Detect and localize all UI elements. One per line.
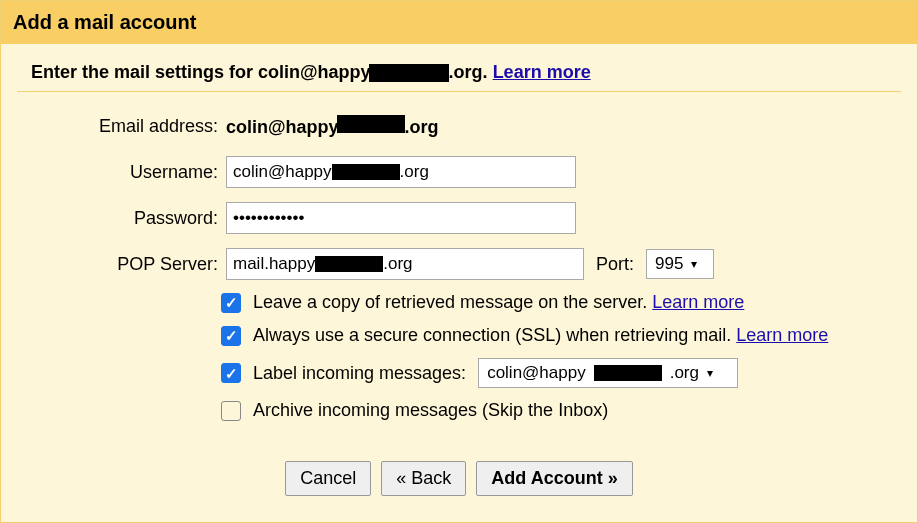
pop-server-field[interactable]: mail.happy.org [226, 248, 584, 280]
password-label: Password: [31, 208, 226, 229]
redacted-domain [369, 64, 449, 82]
row-email: Email address: colin@happy.org [31, 108, 887, 144]
title-bar: Add a mail account [1, 1, 917, 44]
username-label: Username: [31, 162, 226, 183]
redacted-domain [332, 164, 400, 180]
button-row: Cancel « Back Add Account » [31, 461, 887, 496]
password-field[interactable] [226, 202, 576, 234]
port-select[interactable]: 995 ▾ [646, 249, 714, 279]
subtitle-row: Enter the mail settings for colin@happy.… [1, 44, 917, 91]
back-button[interactable]: « Back [381, 461, 466, 496]
label-incoming-text: Label incoming messages: [253, 363, 466, 384]
archive-checkbox[interactable] [221, 401, 241, 421]
option-leave-copy: Leave a copy of retrieved message on the… [221, 292, 887, 313]
pop-server-label: POP Server: [31, 254, 226, 275]
chevron-down-icon: ▾ [707, 366, 713, 380]
learn-more-link[interactable]: Learn more [493, 62, 591, 82]
form-area: Email address: colin@happy.org Username:… [1, 92, 917, 496]
options-group: Leave a copy of retrieved message on the… [31, 292, 887, 421]
ssl-checkbox[interactable] [221, 326, 241, 346]
archive-label: Archive incoming messages (Skip the Inbo… [253, 400, 608, 421]
subtitle-prefix: Enter the mail settings for colin@happy [31, 62, 371, 82]
redacted-domain [594, 365, 662, 381]
leave-copy-learn-more-link[interactable]: Learn more [652, 292, 744, 312]
option-ssl: Always use a secure connection (SSL) whe… [221, 325, 887, 346]
row-pop-server: POP Server: mail.happy.org Port: 995 ▾ [31, 246, 887, 282]
chevron-down-icon: ▾ [691, 257, 697, 271]
leave-copy-checkbox[interactable] [221, 293, 241, 313]
port-label: Port: [596, 254, 634, 275]
redacted-domain [315, 256, 383, 272]
label-incoming-select[interactable]: colin@happy.org ▾ [478, 358, 738, 388]
cancel-button[interactable]: Cancel [285, 461, 371, 496]
username-field[interactable]: colin@happy.org [226, 156, 576, 188]
leave-copy-label: Leave a copy of retrieved message on the… [253, 292, 647, 312]
email-value: colin@happy.org [226, 115, 439, 138]
add-mail-account-dialog: Add a mail account Enter the mail settin… [0, 0, 918, 523]
option-label-incoming: Label incoming messages: colin@happy.org… [221, 358, 887, 388]
label-incoming-checkbox[interactable] [221, 363, 241, 383]
row-password: Password: [31, 200, 887, 236]
row-username: Username: colin@happy.org [31, 154, 887, 190]
ssl-learn-more-link[interactable]: Learn more [736, 325, 828, 345]
add-account-button[interactable]: Add Account » [476, 461, 632, 496]
subtitle-suffix: .org. [449, 62, 488, 82]
ssl-label: Always use a secure connection (SSL) whe… [253, 325, 731, 345]
option-archive: Archive incoming messages (Skip the Inbo… [221, 400, 887, 421]
redacted-domain [337, 115, 405, 133]
dialog-title: Add a mail account [13, 11, 905, 34]
email-label: Email address: [31, 116, 226, 137]
